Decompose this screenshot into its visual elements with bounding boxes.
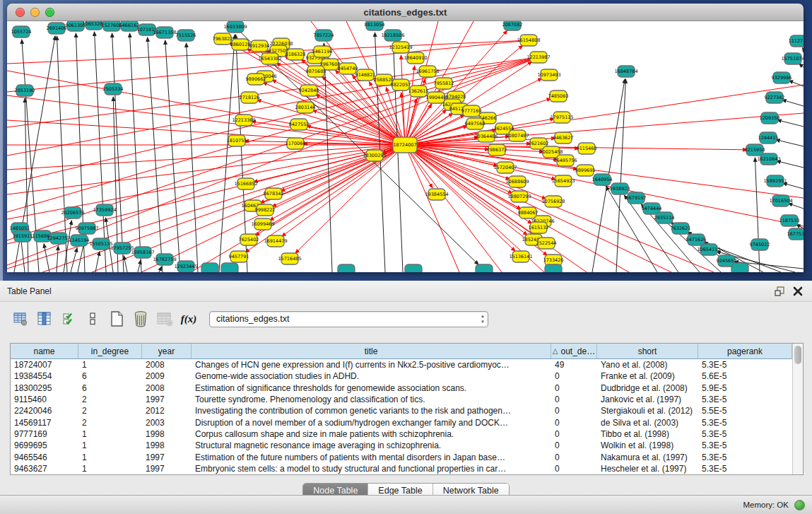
- graph-node[interactable]: 18807293: [507, 191, 531, 202]
- graph-node[interactable]: 10654112: [697, 244, 720, 255]
- graph-node[interactable]: 16033809: [223, 21, 247, 33]
- graph-node[interactable]: 12213987: [526, 52, 550, 63]
- network-view-window[interactable]: citations_edges.txt 18724007796382288601…: [7, 4, 804, 272]
- graph-node[interactable]: 7857224: [314, 30, 334, 41]
- graph-node[interactable]: 17359924: [93, 204, 116, 216]
- table-settings-icon[interactable]: [10, 308, 31, 329]
- graph-node[interactable]: 9227342: [765, 92, 785, 103]
- node-layer[interactable]: 1872400779638228860128891293422226038932…: [10, 21, 804, 272]
- graph-node[interactable]: 6497568: [465, 118, 486, 129]
- graph-node[interactable]: 1640954: [592, 174, 613, 185]
- graph-node[interactable]: 1209358: [760, 112, 780, 124]
- graph-node[interactable]: 18724007: [393, 137, 417, 153]
- column-header-pagerank[interactable]: pagerank: [698, 344, 792, 358]
- graph-node[interactable]: 2691406: [47, 23, 67, 34]
- graph-node[interactable]: 19384554: [425, 189, 448, 200]
- graph-node[interactable]: 15166852: [234, 178, 257, 189]
- float-panel-icon[interactable]: [772, 284, 787, 298]
- graph-node[interactable]: 15751074: [781, 53, 804, 64]
- graph-node[interactable]: 9457791: [229, 251, 249, 262]
- graph-node[interactable]: 2087082: [502, 21, 523, 30]
- graph-node[interactable]: 16543382: [258, 53, 281, 64]
- graph-node[interactable]: 90975887: [75, 223, 98, 234]
- column-header-title[interactable]: title: [192, 344, 551, 358]
- graph-node[interactable]: 2053190: [15, 85, 35, 96]
- graph-node[interactable]: 1055724: [11, 26, 32, 37]
- graph-node[interactable]: 9875685: [306, 66, 326, 77]
- graph-node[interactable]: 12213369: [232, 115, 255, 126]
- graph-node[interactable]: 16848784: [614, 66, 637, 77]
- graph-node[interactable]: 3915911: [13, 230, 33, 242]
- graph-node[interactable]: 15720407: [493, 162, 517, 173]
- graph-node[interactable]: 7955812: [434, 78, 454, 89]
- column-header-year[interactable]: year: [142, 344, 192, 358]
- graph-node[interactable]: 18300295: [363, 150, 386, 161]
- select-columns-icon[interactable]: [58, 308, 79, 329]
- graph-node[interactable]: 2935114: [654, 212, 675, 223]
- graph-node[interactable]: 10756928: [541, 196, 565, 207]
- graph-node[interactable]: 2718126: [240, 92, 260, 103]
- graph-node[interactable]: [731, 263, 748, 272]
- graph-node[interactable]: 1615132: [529, 222, 549, 233]
- graph-node[interactable]: 10958167: [131, 247, 154, 258]
- graph-node[interactable]: 16782759: [153, 254, 176, 265]
- column-header-out_de[interactable]: △out_de…: [551, 344, 597, 358]
- graph-node[interactable]: 9146821: [355, 69, 376, 81]
- graph-node[interactable]: 15505135: [89, 238, 112, 250]
- graph-node[interactable]: 1244415: [758, 132, 779, 144]
- graph-node[interactable]: 1810755: [227, 135, 247, 146]
- graph-node[interactable]: 9115460: [577, 143, 597, 154]
- graph-node[interactable]: 12942757: [47, 233, 70, 244]
- graph-node[interactable]: 1145194: [69, 235, 90, 246]
- table-row[interactable]: 1830029562008Estimation of significance …: [11, 382, 792, 394]
- table-row[interactable]: 946362711997Embryonic stem cells: a mode…: [11, 463, 792, 474]
- graph-node[interactable]: 5461194: [312, 46, 333, 57]
- graph-node[interactable]: 16671358: [153, 27, 176, 38]
- table-row[interactable]: 1938455462009Genome-wide association stu…: [11, 370, 792, 382]
- column-visibility-icon[interactable]: [34, 308, 55, 329]
- table-select-dropdown[interactable]: citations_edges.txt ▲▼: [209, 311, 488, 327]
- graph-node[interactable]: 7515526: [176, 30, 196, 41]
- graph-node[interactable]: 9329966: [772, 72, 792, 83]
- function-builder-icon[interactable]: f(x): [178, 308, 199, 329]
- graph-node[interactable]: 8678342: [264, 188, 284, 199]
- graph-node[interactable]: 1112714: [789, 35, 804, 47]
- graph-node[interactable]: 10973493: [537, 69, 560, 81]
- graph-node[interactable]: 9463627: [553, 132, 574, 144]
- graph-node[interactable]: 1187533: [779, 215, 800, 226]
- table-row[interactable]: 1872400712008Changes of HCN gene express…: [11, 359, 792, 370]
- graph-node[interactable]: 18640910: [404, 52, 427, 64]
- graph-node[interactable]: 10688609: [505, 176, 529, 187]
- graph-node[interactable]: 17975115: [550, 112, 573, 123]
- graph-node[interactable]: 1170066: [286, 138, 306, 149]
- column-header-short[interactable]: short: [597, 344, 698, 358]
- table-row[interactable]: 977716911998Corpus callosum shape and si…: [11, 428, 792, 440]
- network-window-titlebar[interactable]: citations_edges.txt: [7, 4, 804, 21]
- graph-node[interactable]: 16154808: [517, 35, 540, 46]
- table-row[interactable]: 2242004622012Investigating the contribut…: [11, 405, 792, 416]
- merge-columns-icon[interactable]: [82, 308, 103, 329]
- table-row[interactable]: 1456911722003Disruption of a novel membe…: [11, 416, 792, 428]
- graph-node[interactable]: [338, 264, 355, 272]
- graph-node[interactable]: 6679197: [626, 192, 647, 204]
- graph-node[interactable]: 15136141: [509, 251, 532, 262]
- graph-node[interactable]: 7986372: [487, 144, 507, 156]
- graph-node[interactable]: [221, 263, 238, 272]
- network-graph[interactable]: 1872400779638228860128891293422226038932…: [7, 21, 804, 272]
- graph-node[interactable]: 17016504: [769, 195, 792, 206]
- graph-node[interactable]: [545, 264, 562, 272]
- graph-node[interactable]: 7632621: [671, 223, 691, 234]
- column-header-name[interactable]: name: [11, 344, 78, 358]
- graph-node[interactable]: 16914479: [264, 235, 287, 247]
- graph-node[interactable]: 19218506: [381, 30, 404, 41]
- graph-node[interactable]: 15716485: [278, 253, 301, 264]
- network-canvas[interactable]: 1872400779638228860128891293422226038932…: [7, 21, 804, 272]
- graph-node[interactable]: 8912934: [249, 40, 270, 52]
- graph-node[interactable]: 9890662: [246, 74, 266, 85]
- graph-node[interactable]: [201, 263, 218, 272]
- graph-node[interactable]: [476, 264, 493, 272]
- memory-ok-indicator-icon[interactable]: [794, 500, 805, 510]
- graph-node[interactable]: 20206576: [61, 207, 84, 218]
- scrollbar-thumb[interactable]: [794, 346, 801, 364]
- graph-node[interactable]: 8427552: [289, 119, 310, 130]
